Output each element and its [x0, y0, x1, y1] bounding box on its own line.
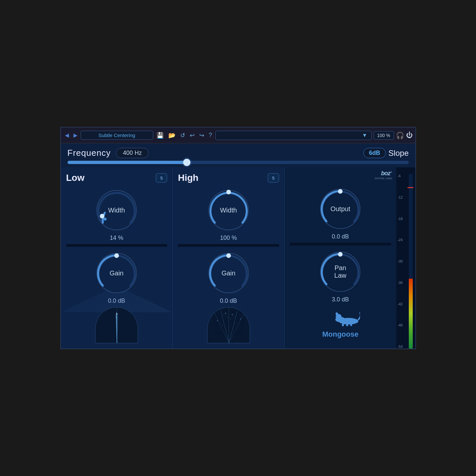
- svg-point-3: [97, 253, 136, 293]
- svg-point-27: [219, 330, 219, 331]
- svg-point-37: [321, 252, 360, 292]
- svg-point-13: [209, 190, 248, 230]
- frequency-slider-thumb[interactable]: [183, 159, 190, 166]
- power-icon[interactable]: ⏻: [406, 131, 413, 139]
- svg-point-29: [214, 337, 214, 337]
- panlaw-knob[interactable]: Pan Law: [317, 249, 363, 295]
- zoom-value: 100 %: [374, 131, 394, 140]
- mongoose-icon: [321, 310, 360, 326]
- mongoose-label: Mongoose: [290, 330, 391, 339]
- dropdown-arrow-icon: ▼: [362, 132, 367, 138]
- svg-point-1: [100, 214, 104, 218]
- vu-label-24: -24: [398, 238, 403, 242]
- low-gain-knob[interactable]: Gain: [94, 250, 140, 296]
- high-width-knob[interactable]: Width: [206, 187, 252, 233]
- low-channel-name: Low: [66, 173, 85, 183]
- low-width-knob-container: Width 14 %: [66, 187, 167, 241]
- frequency-slider-container: [61, 158, 415, 167]
- high-stereo-center-line: [229, 307, 229, 343]
- svg-point-30: [243, 335, 244, 336]
- svg-point-36: [338, 189, 343, 194]
- low-width-value: 14 %: [110, 235, 123, 241]
- svg-point-22: [240, 319, 241, 320]
- low-channel: Low s: [61, 167, 173, 349]
- svg-line-17: [214, 312, 229, 343]
- low-solo-button[interactable]: s: [156, 173, 167, 182]
- slope-value[interactable]: 6dB: [363, 148, 386, 158]
- save-icon[interactable]: 💾: [155, 132, 165, 139]
- mongoose-area: Mongoose: [290, 310, 391, 339]
- high-width-knob-container: Width 100 %: [178, 187, 279, 241]
- output-width-knob-container: Output 0.0 dB: [290, 186, 391, 240]
- high-divider: [178, 244, 279, 247]
- prev-button[interactable]: ◀: [64, 131, 70, 140]
- high-channel: High s Width 100 %: [173, 167, 285, 349]
- headphone-icon[interactable]: 🎧: [396, 131, 404, 139]
- svg-point-12: [117, 319, 118, 319]
- high-width-value: 100 %: [220, 235, 237, 241]
- vu-label-42: -42: [398, 302, 403, 306]
- main-content: Low s: [61, 167, 415, 349]
- high-stereo-display: [207, 307, 250, 343]
- output-knob[interactable]: Output: [317, 186, 363, 232]
- svg-point-25: [222, 325, 223, 326]
- high-channel-name: High: [178, 173, 198, 183]
- vu-label-12: -12: [398, 195, 403, 199]
- svg-rect-45: [350, 323, 352, 326]
- vu-meter-fill: [409, 279, 413, 349]
- low-gain-value: 0.0 dB: [108, 297, 125, 304]
- vu-meter-bar: [409, 174, 413, 349]
- next-button[interactable]: ▶: [72, 131, 79, 140]
- svg-point-33: [227, 317, 228, 318]
- panlaw-knob-container: Pan Law 3.0 dB: [290, 249, 391, 303]
- svg-line-20: [229, 311, 237, 343]
- folder-icon[interactable]: 📂: [167, 132, 177, 139]
- vu-label-36: -36: [398, 281, 403, 285]
- frequency-label: Frequency: [68, 148, 111, 158]
- vu-label-30: -30: [398, 259, 403, 263]
- high-channel-header: High s: [178, 173, 279, 183]
- svg-point-4: [114, 253, 119, 258]
- slope-label: Slope: [388, 149, 408, 158]
- panlaw-knob-value: 3.0 dB: [332, 296, 349, 303]
- output-knob-value: 0.0 dB: [332, 233, 349, 240]
- boz-sub-label: DIGITAL LABS: [375, 177, 392, 180]
- svg-point-31: [225, 313, 226, 314]
- vu-meter-sidebar: -6 -12 -18 -24 -30 -36 -42 -46 -54: [396, 167, 415, 349]
- boz-logo-area: boz+ DIGITAL LABS: [375, 170, 392, 180]
- high-solo-button[interactable]: s: [268, 173, 279, 182]
- svg-rect-43: [342, 323, 344, 326]
- frequency-slider-fill: [68, 161, 187, 164]
- preset-name[interactable]: Subtle Centering: [81, 131, 153, 140]
- svg-rect-44: [346, 323, 348, 326]
- frequency-slider-track[interactable]: [68, 161, 409, 164]
- vu-label-6: -6: [398, 174, 403, 178]
- low-channel-header: Low s: [66, 173, 167, 183]
- svg-point-14: [226, 190, 231, 194]
- plugin-window: ◀ ▶ Subtle Centering 💾 📂 ↺ ↩ ↪ ? ▼ 100 %…: [60, 127, 416, 349]
- vu-clip-marker: [407, 187, 413, 188]
- frequency-bar: Frequency 400 Hz 6dB Slope: [61, 143, 415, 158]
- low-width-knob[interactable]: Width: [94, 187, 140, 233]
- svg-point-24: [234, 316, 234, 317]
- reload-icon[interactable]: ↺: [179, 132, 186, 139]
- high-gain-knob[interactable]: Gain: [206, 250, 252, 296]
- svg-point-35: [321, 189, 360, 229]
- svg-point-16: [226, 253, 231, 258]
- vu-label-46: -46: [398, 323, 403, 327]
- redo-icon[interactable]: ↪: [198, 132, 206, 139]
- low-stereo-display: [95, 307, 138, 343]
- low-divider: [66, 244, 167, 247]
- vu-label-54: -54: [398, 345, 403, 349]
- svg-line-18: [229, 314, 244, 343]
- low-stereo-center-line: [117, 307, 117, 343]
- low-gain-knob-container: Gain 0.0 dB: [66, 250, 167, 304]
- undo-icon[interactable]: ↩: [188, 132, 196, 139]
- svg-line-19: [221, 311, 229, 343]
- svg-point-28: [238, 328, 239, 329]
- preset-dropdown[interactable]: ▼: [215, 131, 372, 140]
- output-divider: [290, 243, 391, 245]
- frequency-value[interactable]: 400 Hz: [116, 148, 149, 158]
- top-bar: ◀ ▶ Subtle Centering 💾 📂 ↺ ↩ ↪ ? ▼ 100 %…: [61, 127, 415, 143]
- help-icon[interactable]: ?: [208, 132, 213, 139]
